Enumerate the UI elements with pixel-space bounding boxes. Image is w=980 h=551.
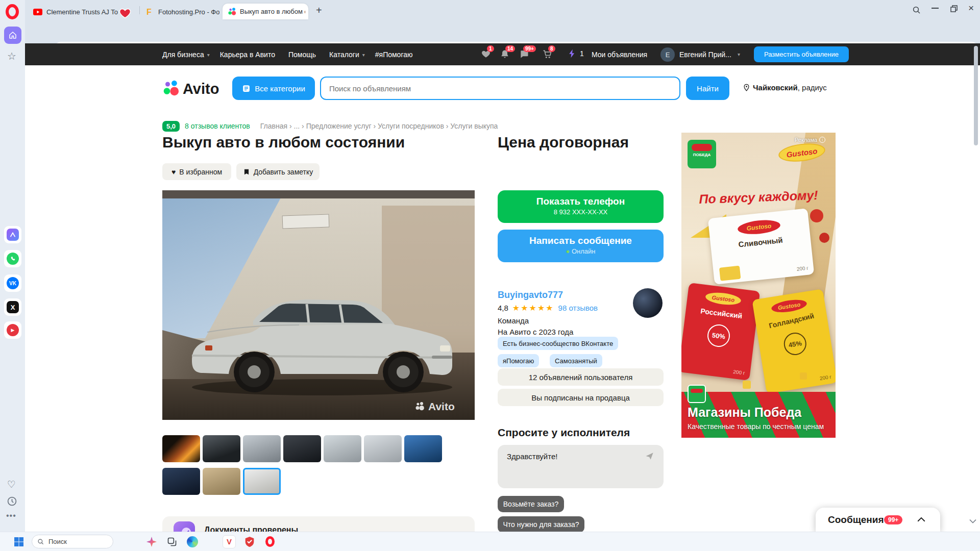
- reviews-link[interactable]: 8 отзывов клиентов: [185, 122, 250, 130]
- header-cart-icon[interactable]: 8: [542, 49, 552, 59]
- bookmarks-star-icon[interactable]: ☆: [7, 50, 16, 62]
- vk-icon[interactable]: VK: [4, 274, 21, 292]
- seller-reviews-link[interactable]: 98 отзывов: [558, 304, 598, 312]
- cart-badge: 8: [548, 45, 555, 52]
- send-icon[interactable]: [645, 451, 655, 461]
- aria-ai-icon[interactable]: [4, 226, 21, 243]
- thumbnail-4[interactable]: [283, 435, 321, 462]
- user-menu-chevron-icon[interactable]: ▾: [738, 52, 740, 57]
- rating-stars: ★★★★★: [512, 303, 554, 313]
- nav-business[interactable]: Для бизнеса: [162, 51, 204, 59]
- thumbnail-9[interactable]: [203, 468, 240, 495]
- show-phone-button[interactable]: Показать телефон 8 932 XXX-XX-XX: [498, 190, 664, 223]
- pack-brand: Gustoso: [705, 291, 742, 306]
- scrollbar-thumb[interactable]: [974, 46, 978, 145]
- ask-message-box[interactable]: Здравствуйте!: [498, 445, 664, 488]
- favorite-button[interactable]: ♥ В избранном: [162, 163, 231, 180]
- pobeda-logo: ПОБЕДА: [688, 140, 716, 168]
- whatsapp-icon[interactable]: [4, 250, 21, 267]
- location-control[interactable]: Чайковский , радиус: [743, 83, 827, 92]
- gustoso-logo-text: Gustoso: [786, 146, 818, 159]
- edge-browser-icon[interactable]: [186, 535, 199, 548]
- rutube-icon[interactable]: ▶: [4, 321, 21, 339]
- pin-icon: [743, 84, 750, 91]
- thumbnail-10-selected[interactable]: [243, 468, 281, 495]
- seller-self-employed-badge[interactable]: Самозанятый: [550, 354, 602, 367]
- search-submit-button[interactable]: Найти: [686, 77, 729, 100]
- start-button[interactable]: [12, 535, 26, 548]
- taskbar-search[interactable]: Поиск: [32, 535, 113, 548]
- sidebar-more-icon[interactable]: •••: [6, 511, 16, 520]
- all-categories-button[interactable]: Все категории: [232, 77, 315, 100]
- spark-icon: [567, 48, 577, 59]
- copilot-icon[interactable]: [145, 535, 158, 548]
- my-ads-link[interactable]: Мои объявления: [592, 51, 647, 59]
- search-input[interactable]: [320, 77, 680, 100]
- thumbnail-6[interactable]: [364, 435, 402, 462]
- workspace-home-icon[interactable]: [4, 27, 21, 44]
- avito-logo-icon[interactable]: [162, 80, 181, 98]
- ad-title: Магазины Победа: [688, 405, 801, 420]
- header-notifications-icon[interactable]: 14: [500, 49, 510, 59]
- tabs-search-icon[interactable]: [912, 6, 921, 15]
- shield-app-icon[interactable]: [243, 535, 256, 548]
- seller-name-link[interactable]: Buyingavto777: [498, 290, 563, 300]
- thumbnail-7[interactable]: [404, 435, 442, 462]
- thumbnail-5[interactable]: [324, 435, 361, 462]
- new-tab-button[interactable]: +: [316, 5, 322, 16]
- task-view-icon[interactable]: [165, 535, 179, 548]
- nav-helping[interactable]: #яПомогаю: [375, 51, 413, 59]
- avito-search-row: Avito Все категории Найти Чайковский , р…: [162, 77, 836, 101]
- breadcrumb[interactable]: Главная › ... › Предложение услуг › Услу…: [260, 122, 498, 130]
- nav-career[interactable]: Карьера в Авито: [220, 51, 275, 59]
- quick-question-chip[interactable]: Возьмёте заказ?: [498, 496, 564, 512]
- user-name[interactable]: Евгений Прий...: [679, 51, 736, 59]
- seller-help-badge[interactable]: яПомогаю: [498, 354, 539, 367]
- chevron-down-icon: ▾: [207, 52, 210, 58]
- close-button[interactable]: ×: [968, 3, 974, 14]
- chevron-up-icon[interactable]: [917, 516, 926, 523]
- tab-avito-active[interactable]: Выкуп авто в любом сос: [223, 4, 308, 19]
- thumbnail-3[interactable]: [243, 435, 281, 462]
- seller-avatar[interactable]: [633, 288, 663, 318]
- car-image: [177, 256, 462, 404]
- thumbnail-8[interactable]: [162, 468, 200, 495]
- nav-help[interactable]: Помощь: [288, 51, 316, 59]
- favorite-label: В избранном: [179, 168, 222, 176]
- ad-banner[interactable]: Рекламаi ПОБЕДА Gustoso По вкусу каждому…: [681, 133, 836, 438]
- write-message-button[interactable]: Написать сообщение ● Онлайн: [498, 230, 664, 262]
- subscribed-button[interactable]: Вы подписаны на продавца: [498, 389, 664, 406]
- favorites-heart-icon[interactable]: ♡: [7, 479, 16, 490]
- listing-photo[interactable]: Avito: [162, 190, 475, 420]
- quick-question-chip[interactable]: Что нужно для заказа?: [498, 516, 584, 533]
- avito-wordmark[interactable]: Avito: [183, 81, 219, 97]
- seller-ads-button[interactable]: 12 объявлений пользователя: [498, 368, 664, 386]
- x-twitter-icon[interactable]: X: [4, 298, 21, 316]
- watermark-label: Avito: [428, 400, 455, 413]
- minimize-button[interactable]: [932, 8, 939, 9]
- thumbnail-2[interactable]: [203, 435, 240, 462]
- maximize-button[interactable]: [950, 5, 958, 13]
- pack-brand: Gustoso: [737, 218, 781, 236]
- user-avatar[interactable]: Е: [660, 47, 675, 62]
- info-icon[interactable]: i: [819, 137, 825, 143]
- write-message-label: Написать сообщение: [498, 235, 664, 246]
- bonus-spark[interactable]: 1: [567, 48, 584, 59]
- header-favorites-icon[interactable]: 1: [481, 49, 491, 59]
- opera-taskbar-icon[interactable]: [263, 535, 277, 548]
- phone-masked: 8 932 XXX-XX-XX: [498, 208, 664, 216]
- tab-fotohosting[interactable]: F Fotohosting.Pro - Фотохо: [141, 4, 220, 19]
- message-draft[interactable]: Здравствуйте!: [507, 452, 557, 461]
- seller-vk-badge[interactable]: Есть бизнес-сообщество ВКонтакте: [498, 337, 618, 350]
- v-app-icon[interactable]: V: [223, 535, 236, 548]
- history-clock-icon[interactable]: [7, 496, 17, 507]
- opera-menu-icon[interactable]: [6, 4, 19, 19]
- post-ad-button[interactable]: Разместить объявление: [754, 46, 849, 62]
- header-messages-icon[interactable]: 99+: [519, 49, 529, 59]
- thumbnail-1[interactable]: [162, 435, 200, 462]
- messenger-widget[interactable]: Сообщения 99+: [816, 508, 940, 532]
- photo-wall-sign: [282, 214, 330, 229]
- add-note-button[interactable]: Добавить заметку: [236, 163, 320, 180]
- scroll-down-icon[interactable]: [969, 518, 977, 524]
- nav-catalogs[interactable]: Каталоги: [329, 51, 359, 59]
